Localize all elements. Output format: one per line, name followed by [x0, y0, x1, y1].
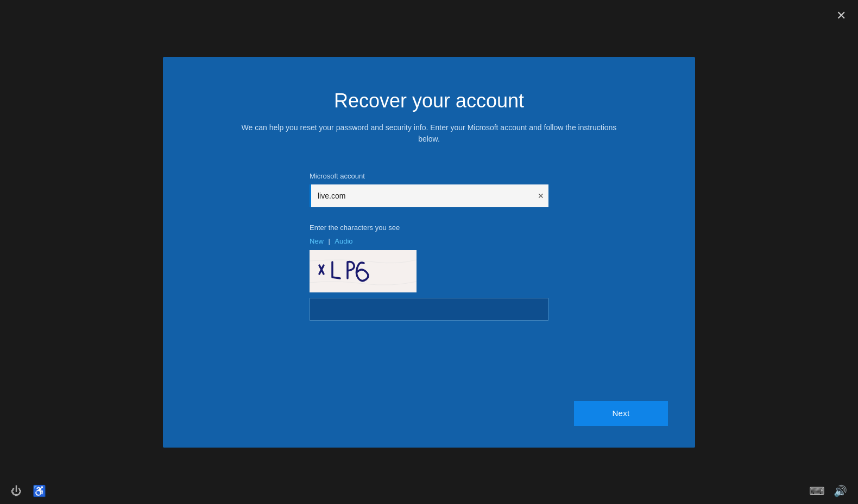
accessibility-icon[interactable]: ♿: [33, 484, 46, 497]
keyboard-icon[interactable]: ⌨: [809, 484, 825, 497]
account-label: Microsoft account: [310, 172, 365, 180]
recover-account-dialog: Recover your account We can help you res…: [163, 57, 695, 448]
captcha-label: Enter the characters you see: [310, 224, 400, 232]
taskbar-left: ⏻ ♿: [11, 484, 46, 497]
svg-rect-0: [310, 250, 417, 292]
taskbar-right: ⌨ 🔊: [809, 484, 847, 497]
account-input-wrapper: ✕: [310, 184, 548, 207]
captcha-links: New | Audio: [310, 236, 353, 246]
close-button[interactable]: ✕: [836, 10, 846, 22]
dialog-title: Recover your account: [334, 90, 524, 112]
captcha-new-link[interactable]: New: [310, 237, 324, 245]
form-area: Microsoft account ✕ Enter the characters…: [310, 172, 548, 321]
next-button[interactable]: Next: [574, 401, 668, 426]
captcha-separator: |: [328, 237, 330, 245]
dialog-subtitle: We can help you reset your password and …: [234, 122, 624, 145]
clear-account-button[interactable]: ✕: [538, 192, 544, 200]
captcha-image: [310, 250, 417, 292]
sound-icon[interactable]: 🔊: [834, 484, 847, 497]
power-icon[interactable]: ⏻: [11, 485, 22, 497]
account-input[interactable]: [310, 184, 548, 207]
taskbar: ⏻ ♿ ⌨ 🔊: [0, 478, 858, 504]
captcha-audio-link[interactable]: Audio: [335, 237, 352, 245]
captcha-input[interactable]: [310, 298, 548, 321]
